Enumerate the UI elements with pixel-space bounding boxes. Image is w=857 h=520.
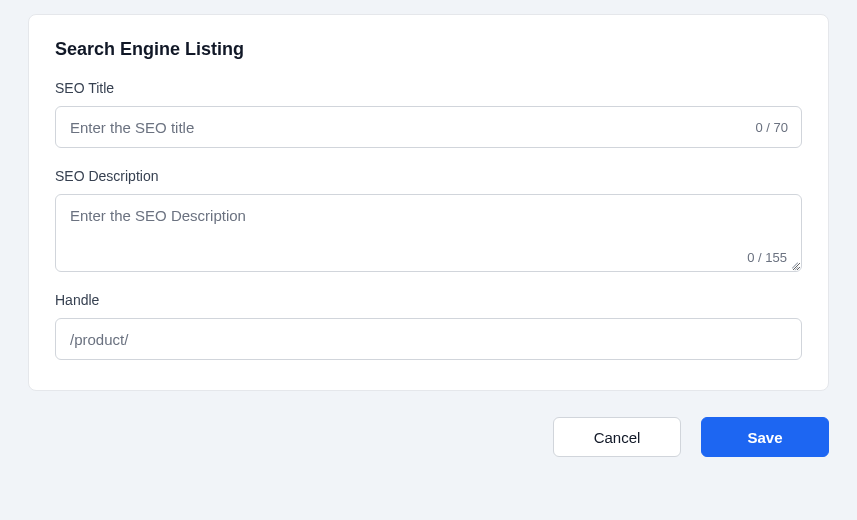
card-title: Search Engine Listing: [55, 39, 802, 60]
seo-title-field: SEO Title 0 / 70: [55, 80, 802, 148]
seo-title-label: SEO Title: [55, 80, 802, 96]
seo-title-input-wrap: 0 / 70: [55, 106, 802, 148]
form-actions: Cancel Save: [28, 417, 829, 457]
seo-description-label: SEO Description: [55, 168, 802, 184]
seo-listing-card: Search Engine Listing SEO Title 0 / 70 S…: [28, 14, 829, 391]
seo-description-input-wrap: 0 / 155: [55, 194, 802, 272]
seo-title-input[interactable]: [55, 106, 802, 148]
handle-field: Handle: [55, 292, 802, 360]
seo-description-field: SEO Description 0 / 155: [55, 168, 802, 272]
resize-handle-icon: [789, 259, 799, 269]
cancel-button[interactable]: Cancel: [553, 417, 681, 457]
handle-input[interactable]: [55, 318, 802, 360]
save-button[interactable]: Save: [701, 417, 829, 457]
seo-description-input[interactable]: [56, 195, 801, 247]
seo-description-counter: 0 / 155: [747, 250, 787, 265]
handle-input-wrap: [55, 318, 802, 360]
handle-label: Handle: [55, 292, 802, 308]
